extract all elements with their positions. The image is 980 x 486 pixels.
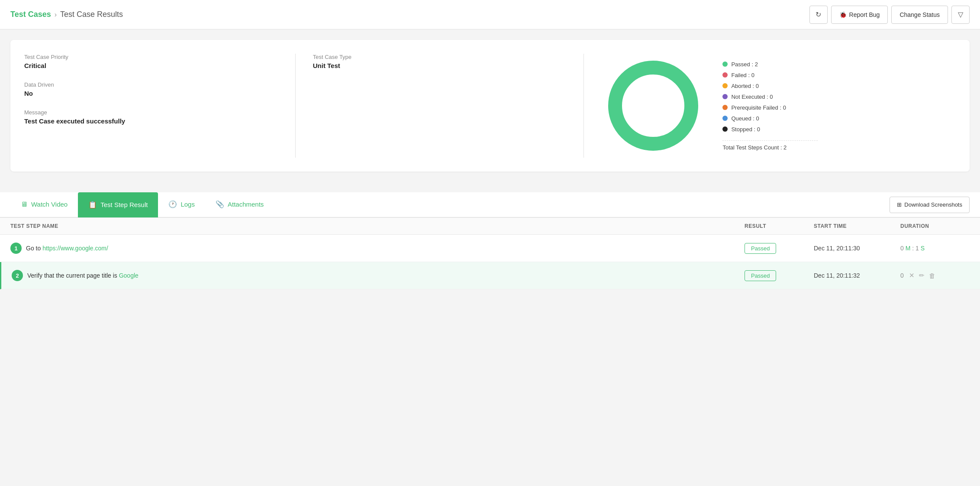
priority-field: Test Case Priority Critical (24, 54, 261, 69)
bug-icon: 🐞 (839, 11, 847, 18)
result-cell-1: Passed (745, 243, 814, 254)
test-step-result-icon: 📋 (88, 201, 97, 209)
table-section: TEST STEP NAME RESULT START TIME DURATIO… (0, 217, 980, 289)
chart-legend: Passed : 2 Failed : 0 Aborted : 0 Not Ex… (722, 61, 818, 151)
type-field: Test Case Type Unit Test (313, 54, 549, 69)
legend-prereq-failed: Prerequisite Failed : 0 (722, 104, 818, 111)
info-middle: Test Case Type Unit Test (313, 54, 567, 158)
type-label: Test Case Type (313, 54, 549, 60)
legend-label-aborted: Aborted : 0 (731, 83, 759, 89)
type-value: Unit Test (313, 62, 549, 69)
download-screenshots-button[interactable]: ⊞ Download Screenshots (890, 197, 970, 213)
info-divider (295, 54, 296, 158)
refresh-button[interactable]: ↻ (809, 6, 828, 24)
step-text-2: Verify that the current page title is Go… (27, 272, 139, 279)
header-step-name: TEST STEP NAME (10, 223, 745, 229)
legend-not-executed: Not Executed : 0 (722, 94, 818, 100)
watch-video-icon: 🖥 (21, 201, 28, 208)
step-number-2: 2 (12, 270, 23, 281)
breadcrumb-current: Test Case Results (60, 10, 123, 19)
legend-passed: Passed : 2 (722, 61, 818, 68)
data-driven-field: Data Driven No (24, 81, 261, 97)
legend-aborted: Aborted : 0 (722, 83, 818, 89)
priority-label: Test Case Priority (24, 54, 261, 60)
filter-icon: ▽ (958, 10, 963, 19)
delete-icon[interactable]: 🗑 (929, 272, 935, 279)
breadcrumb: Test Cases › Test Case Results (10, 10, 123, 19)
message-value: Test Case executed successfully (24, 117, 261, 125)
report-bug-button[interactable]: 🐞 Report Bug (831, 6, 888, 24)
legend-dot-failed (722, 72, 728, 78)
legend-dot-aborted (722, 83, 728, 88)
filter-button[interactable]: ▽ (951, 6, 970, 24)
duration-cell-2: 0 ✕ ✏ 🗑 (900, 272, 970, 279)
tab-logs[interactable]: 🕐 Logs (158, 192, 205, 217)
data-driven-label: Data Driven (24, 81, 261, 88)
data-driven-value: No (24, 90, 261, 97)
legend-queued: Queued : 0 (722, 115, 818, 122)
step-number-1: 1 (10, 243, 22, 254)
tab-watch-video[interactable]: 🖥 Watch Video (10, 192, 78, 217)
legend-dot-queued (722, 116, 728, 121)
close-icon[interactable]: ✕ (909, 272, 915, 279)
step-text-1: Go to https://www.google.com/ (26, 245, 108, 252)
step-text-before-2: Verify that the current page title is (27, 272, 117, 279)
legend-label-stopped: Stopped : 0 (731, 126, 760, 133)
legend-failed: Failed : 0 (722, 72, 818, 78)
start-time-1: Dec 11, 20:11:30 (814, 245, 900, 252)
status-badge-2: Passed (745, 270, 776, 281)
info-left: Test Case Priority Critical Data Driven … (24, 54, 278, 158)
step-link-1[interactable]: https://www.google.com/ (42, 245, 108, 252)
edit-icon[interactable]: ✏ (919, 272, 925, 279)
legend-total: Total Test Steps Count : 2 (722, 140, 818, 151)
start-time-2: Dec 11, 20:11:32 (814, 272, 900, 279)
message-label: Message (24, 109, 261, 116)
download-screenshots-label: Download Screenshots (904, 201, 962, 208)
legend-dot-passed (722, 62, 728, 67)
legend-label-passed: Passed : 2 (731, 61, 758, 68)
info-divider-2 (583, 54, 584, 158)
legend-label-not-executed: Not Executed : 0 (731, 94, 773, 100)
step-text-before-1: Go to (26, 245, 41, 252)
legend-stopped: Stopped : 0 (722, 126, 818, 133)
step-link-2[interactable]: Google (119, 272, 139, 279)
tab-logs-label: Logs (181, 201, 195, 208)
result-cell-2: Passed (745, 270, 814, 281)
message-field: Message Test Case executed successfully (24, 109, 261, 125)
refresh-icon: ↻ (816, 10, 821, 19)
change-status-button[interactable]: Change Status (891, 6, 948, 24)
breadcrumb-test-cases[interactable]: Test Cases (10, 10, 51, 19)
table-row: 1 Go to https://www.google.com/ Passed D… (0, 235, 980, 262)
donut-center-label: 100% (643, 101, 663, 110)
row-actions-2: ✕ ✏ 🗑 (909, 272, 935, 279)
top-bar: Test Cases › Test Case Results ↻ 🐞 Repor… (0, 0, 980, 29)
tab-watch-video-label: Watch Video (31, 201, 68, 208)
header-result: RESULT (745, 223, 814, 229)
duration-cell-1: 0 M : 1 S (900, 245, 970, 252)
logs-icon: 🕐 (168, 200, 177, 208)
legend-dot-prereq-failed (722, 105, 728, 110)
step-name-cell-1: 1 Go to https://www.google.com/ (10, 243, 745, 254)
table-row: 2 Verify that the current page title is … (0, 262, 980, 289)
status-badge-1: Passed (745, 243, 776, 254)
tab-test-step-result[interactable]: 📋 Test Step Result (78, 192, 158, 217)
table-header: TEST STEP NAME RESULT START TIME DURATIO… (0, 217, 980, 235)
tabs-left: 🖥 Watch Video 📋 Test Step Result 🕐 Logs … (10, 192, 274, 217)
legend-dot-stopped (722, 126, 728, 132)
legend-dot-not-executed (722, 94, 728, 99)
tabs-bar: 🖥 Watch Video 📋 Test Step Result 🕐 Logs … (0, 192, 980, 217)
step-name-cell-2: 2 Verify that the current page title is … (12, 270, 745, 281)
header-duration: DURATION (900, 223, 970, 229)
tab-test-step-result-label: Test Step Result (100, 201, 148, 208)
tab-attachments-label: Attachments (228, 201, 264, 208)
duration-text-1: 0 M : 1 S (900, 245, 925, 252)
tab-attachments[interactable]: 📎 Attachments (205, 192, 274, 217)
download-icon: ⊞ (897, 201, 902, 208)
top-actions: ↻ 🐞 Report Bug Change Status ▽ (809, 6, 970, 24)
chart-section: 100% Passed : 2 Failed : 0 Aborted : 0 (601, 54, 956, 158)
info-card: Test Case Priority Critical Data Driven … (10, 40, 970, 172)
header-start-time: START TIME (814, 223, 900, 229)
attachments-icon: 📎 (216, 200, 224, 208)
donut-chart: 100% (601, 54, 705, 158)
legend-label-failed: Failed : 0 (731, 72, 754, 78)
